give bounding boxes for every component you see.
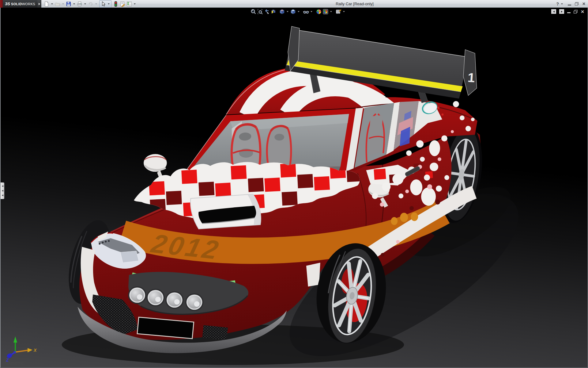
select-dropdown[interactable] [108, 3, 110, 5]
print-button[interactable] [76, 1, 83, 7]
rebuild-traffic-light-icon [113, 1, 119, 7]
open-button[interactable] [54, 1, 61, 7]
feature-manager-collapsed-tab[interactable] [1, 182, 4, 199]
window-controls: ? ✕ [556, 0, 586, 8]
solidworks-logo-text: SOLIDWORKS [11, 2, 35, 6]
menu-expand-button[interactable] [37, 0, 41, 8]
file-properties-button[interactable] [119, 1, 126, 7]
doc-minimize-button[interactable] [567, 12, 571, 13]
rebuild-button[interactable] [112, 1, 119, 7]
minimize-button[interactable] [568, 5, 571, 6]
heads-up-view-toolbar [250, 8, 346, 15]
hide-show-items-dropdown[interactable] [311, 11, 312, 12]
print-dropdown[interactable] [84, 3, 86, 5]
standard-toolbar [43, 0, 137, 7]
view-settings-button[interactable] [335, 8, 342, 15]
print-icon [77, 1, 83, 7]
edit-appearance-button[interactable] [315, 8, 322, 15]
new-document-dropdown[interactable] [51, 3, 53, 5]
zoom-to-fit-button[interactable] [250, 8, 257, 15]
undo-button[interactable] [87, 1, 94, 7]
open-dropdown[interactable] [62, 3, 64, 5]
doc-restore-button[interactable] [574, 10, 578, 13]
new-document-button[interactable] [43, 1, 50, 7]
view-orientation-dropdown[interactable] [287, 11, 288, 12]
hood-scoop [190, 194, 261, 229]
titlebar: ЗS SOLIDWORKS [0, 0, 588, 8]
display-style-dropdown[interactable] [298, 11, 300, 12]
section-view-icon [270, 9, 277, 15]
new-document-icon [43, 1, 50, 7]
pane-right-button[interactable] [559, 9, 564, 14]
pane-left-button[interactable] [551, 9, 556, 14]
graphics-viewport[interactable]: 2012 [0, 8, 588, 368]
eyeglasses-icon [303, 9, 309, 15]
view-orientation-button[interactable] [279, 8, 285, 15]
previous-view-button[interactable] [263, 8, 270, 15]
solidworks-window: ЗS SOLIDWORKS [0, 0, 588, 368]
options-checklist-icon [126, 1, 132, 7]
pane-left-icon [553, 11, 555, 13]
display-style-icon [290, 9, 296, 15]
save-dropdown[interactable] [73, 3, 75, 5]
save-floppy-icon [66, 1, 72, 7]
window-title: Rally Car [Read-only] [336, 0, 374, 8]
collapse-arrow-icon [2, 185, 3, 187]
help-button[interactable]: ? [556, 2, 564, 6]
document-window-controls: ✕ [551, 9, 584, 14]
pane-right-icon [561, 11, 563, 13]
solidworks-logo-glyph: ЗS [5, 2, 10, 6]
file-properties-icon [119, 1, 126, 7]
hide-show-items-button[interactable] [303, 8, 309, 15]
collapse-arrow-icon [2, 194, 3, 196]
zoom-to-area-icon [257, 9, 263, 15]
apply-scene-button[interactable] [322, 8, 329, 15]
help-dropdown[interactable] [561, 3, 563, 5]
help-icon: ? [556, 2, 559, 6]
brand-accent-strip [0, 0, 3, 8]
rally-car-model[interactable]: 2012 [1, 8, 587, 367]
expand-arrow-icon [39, 3, 40, 5]
apply-scene-icon [322, 9, 329, 15]
close-button[interactable]: ✕ [582, 0, 586, 8]
apply-scene-dropdown[interactable] [330, 11, 332, 12]
race-number: 1 [467, 70, 476, 85]
select-button[interactable] [100, 1, 107, 7]
restore-button[interactable] [575, 2, 579, 6]
zoom-to-area-button[interactable] [257, 8, 263, 15]
previous-view-icon [264, 9, 270, 15]
options-button[interactable] [126, 1, 133, 7]
solidworks-logo: ЗS SOLIDWORKS [3, 0, 37, 8]
view-settings-icon [335, 9, 341, 15]
triad-x-label: X [33, 348, 37, 353]
doc-close-button[interactable]: ✕ [581, 10, 584, 14]
appearance-ball-icon [316, 9, 322, 15]
display-style-button[interactable] [290, 8, 296, 15]
section-view-button[interactable] [270, 8, 277, 15]
open-folder-icon [55, 1, 61, 7]
save-button[interactable] [65, 1, 72, 7]
undo-icon [88, 1, 94, 7]
collapse-arrow-icon [2, 190, 3, 192]
view-orientation-label: *Dimetric [5, 360, 24, 366]
zoom-to-fit-icon [250, 9, 256, 15]
options-dropdown[interactable] [134, 3, 136, 5]
select-tool-group [99, 0, 111, 8]
undo-dropdown[interactable] [95, 3, 97, 5]
view-orientation-icon [279, 9, 285, 15]
select-cursor-icon [100, 1, 106, 7]
view-settings-dropdown[interactable] [343, 11, 345, 12]
